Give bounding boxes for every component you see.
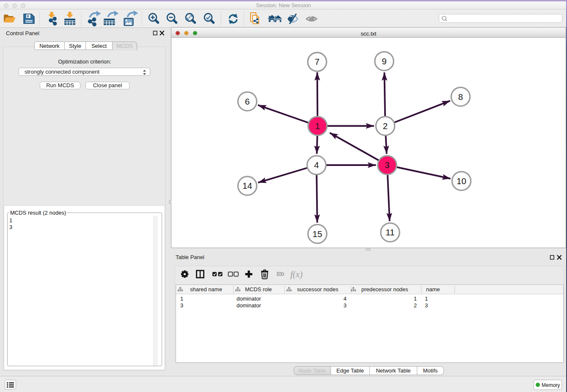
svg-text:1: 1: [315, 121, 320, 131]
svg-text:15: 15: [313, 229, 322, 239]
svg-text:9: 9: [382, 56, 386, 66]
svg-text:3: 3: [385, 160, 389, 170]
svg-text:10: 10: [457, 176, 466, 186]
svg-text:11: 11: [385, 227, 394, 237]
svg-text:6: 6: [245, 97, 250, 106]
svg-text:4: 4: [314, 160, 319, 170]
svg-text:f(x): f(x): [290, 269, 303, 279]
svg-text:7: 7: [315, 57, 319, 66]
svg-text:2: 2: [383, 121, 388, 131]
svg-text:14: 14: [242, 181, 252, 190]
svg-text:8: 8: [458, 92, 463, 102]
